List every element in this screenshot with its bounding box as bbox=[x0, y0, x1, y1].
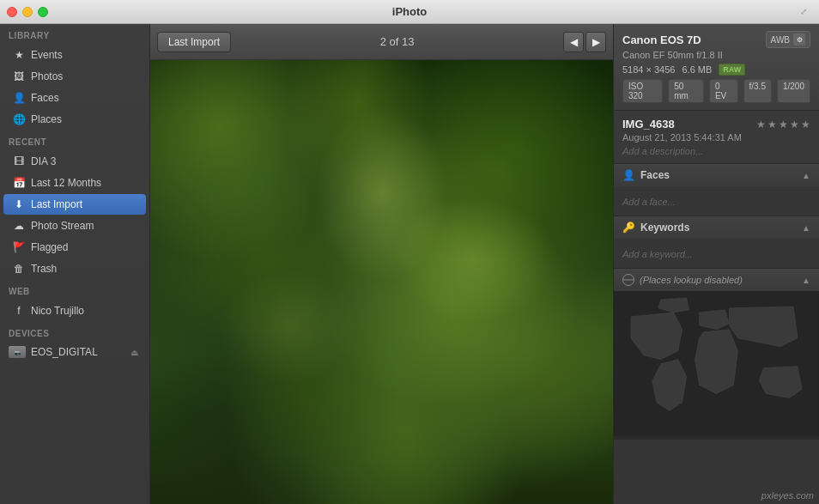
faces-title: Faces bbox=[640, 169, 670, 181]
library-section-header: LIBRARY bbox=[0, 24, 149, 44]
keywords-header-left: 🔑 Keywords bbox=[622, 222, 689, 234]
sidebar-item-events[interactable]: ★ Events bbox=[3, 45, 146, 65]
iso-value: ISO 320 bbox=[622, 79, 663, 103]
sidebar-item-nico[interactable]: f Nico Trujillo bbox=[3, 301, 146, 321]
sidebar-item-label: Places bbox=[31, 113, 62, 125]
map-panel-header[interactable]: (Places lookup disabled) ▲ bbox=[614, 269, 819, 291]
sidebar-item-photostream[interactable]: ☁ Photo Stream bbox=[3, 216, 146, 236]
sidebar-item-label: Photo Stream bbox=[31, 220, 94, 232]
sidebar-item-label: Last Import bbox=[31, 198, 82, 210]
star-4[interactable]: ★ bbox=[790, 118, 799, 131]
sidebar-item-photos[interactable]: 🖼 Photos bbox=[3, 66, 146, 87]
faces-panel-header[interactable]: 👤 Faces ▲ bbox=[614, 164, 819, 186]
keywords-title: Keywords bbox=[640, 222, 689, 234]
eject-button[interactable]: ⏏ bbox=[127, 345, 141, 359]
nav-arrows: ◀ ▶ bbox=[563, 32, 606, 52]
faces-panel: 👤 Faces ▲ Add a face... bbox=[614, 164, 819, 216]
sidebar-item-faces[interactable]: 👤 Faces bbox=[3, 88, 146, 108]
shutter-value: 1/200 bbox=[777, 79, 810, 103]
calendar-icon: 📅 bbox=[12, 176, 26, 190]
places-globe-icon bbox=[622, 274, 634, 286]
sidebar-item-label: Flagged bbox=[31, 241, 68, 253]
star-icon: ★ bbox=[12, 48, 26, 62]
sidebar: LIBRARY ★ Events 🖼 Photos 👤 Faces 🌐 Plac… bbox=[0, 24, 150, 504]
faces-panel-content: Add a face... bbox=[614, 186, 819, 216]
lens-name: Canon EF 50mm f/1.8 II bbox=[622, 50, 810, 60]
map-collapse-icon: ▲ bbox=[802, 276, 810, 285]
trash-icon: 🗑 bbox=[12, 262, 26, 276]
sidebar-item-dia3[interactable]: 🎞 DIA 3 bbox=[3, 151, 146, 172]
toolbar: Last Import 2 of 13 ◀ ▶ bbox=[150, 24, 613, 60]
recent-section-header: RECENT bbox=[0, 131, 149, 150]
sidebar-item-label: Trash bbox=[31, 263, 57, 275]
keywords-placeholder[interactable]: Add a keyword... bbox=[622, 249, 693, 259]
app-title: iPhoto bbox=[392, 5, 427, 18]
dimensions-row: 5184 × 3456 6.6 MB RAW bbox=[622, 64, 810, 76]
dimensions-text: 5184 × 3456 bbox=[622, 64, 675, 75]
raw-badge: RAW bbox=[719, 64, 745, 76]
camera-device-icon: 📷 bbox=[9, 346, 26, 358]
photo-date: August 21, 2013 5:44:31 AM bbox=[622, 132, 810, 143]
aperture-value: f/3.5 bbox=[743, 79, 772, 103]
nav-counter: 2 of 13 bbox=[238, 35, 556, 48]
sidebar-item-last12months[interactable]: 📅 Last 12 Months bbox=[3, 173, 146, 193]
next-button[interactable]: ▶ bbox=[585, 32, 606, 52]
sidebar-item-label: Photos bbox=[31, 70, 63, 82]
star-rating[interactable]: ★ ★ ★ ★ ★ bbox=[756, 118, 810, 131]
titlebar: iPhoto ⤢ bbox=[0, 0, 819, 24]
focal-length-value: 50 mm bbox=[668, 79, 704, 103]
camera-top-row: Canon EOS 7D AWB ⚙ bbox=[622, 31, 810, 48]
close-button[interactable] bbox=[7, 7, 17, 17]
star-1[interactable]: ★ bbox=[756, 118, 766, 131]
prev-button[interactable]: ◀ bbox=[563, 32, 584, 52]
traffic-lights bbox=[7, 7, 48, 17]
photo-description[interactable]: Add a description... bbox=[622, 146, 810, 156]
world-map-svg bbox=[614, 291, 819, 436]
filesize-text: 6.6 MB bbox=[682, 64, 712, 75]
cloud-icon: ☁ bbox=[12, 219, 26, 233]
star-2[interactable]: ★ bbox=[767, 118, 777, 131]
camera-model: Canon EOS 7D bbox=[622, 33, 701, 46]
sidebar-item-places[interactable]: 🌐 Places bbox=[3, 109, 146, 130]
keywords-collapse-icon: ▲ bbox=[802, 223, 810, 233]
flag-icon: 🚩 bbox=[12, 240, 26, 254]
photo-area bbox=[150, 60, 613, 504]
photo-name-row: IMG_4638 ★ ★ ★ ★ ★ bbox=[622, 118, 810, 131]
sidebar-item-flagged[interactable]: 🚩 Flagged bbox=[3, 237, 146, 258]
awb-badge: AWB ⚙ bbox=[766, 31, 810, 48]
map-header-left: (Places lookup disabled) bbox=[622, 274, 743, 286]
ev-value: 0 EV bbox=[709, 79, 738, 103]
keywords-panel: 🔑 Keywords ▲ Add a keyword... bbox=[614, 216, 819, 269]
content-area: Last Import 2 of 13 ◀ ▶ bbox=[150, 24, 613, 504]
keywords-panel-header[interactable]: 🔑 Keywords ▲ bbox=[614, 216, 819, 239]
map-section: (Places lookup disabled) ▲ bbox=[614, 269, 819, 504]
sidebar-item-lastimport[interactable]: ⬇ Last Import bbox=[3, 194, 146, 215]
camera-info: Canon EOS 7D AWB ⚙ Canon EF 50mm f/1.8 I… bbox=[614, 24, 819, 111]
film-icon: 🎞 bbox=[12, 155, 26, 168]
photo-canvas bbox=[150, 60, 613, 504]
photo-metadata: IMG_4638 ★ ★ ★ ★ ★ August 21, 2013 5:44:… bbox=[614, 111, 819, 164]
sidebar-item-trash[interactable]: 🗑 Trash bbox=[3, 258, 146, 279]
person-icon: 👤 bbox=[12, 91, 26, 105]
maximize-button[interactable] bbox=[38, 7, 48, 17]
sidebar-item-label: DIA 3 bbox=[31, 155, 56, 167]
device-left: 📷 EOS_DIGITAL bbox=[9, 346, 98, 358]
album-label-button[interactable]: Last Import bbox=[157, 32, 231, 52]
minimize-button[interactable] bbox=[22, 7, 33, 17]
sidebar-item-label: Events bbox=[31, 49, 63, 61]
import-icon: ⬇ bbox=[12, 197, 26, 211]
keywords-icon: 🔑 bbox=[622, 222, 635, 234]
star-5[interactable]: ★ bbox=[801, 118, 810, 131]
globe-nav-icon: 🌐 bbox=[12, 112, 26, 126]
keywords-panel-content: Add a keyword... bbox=[614, 239, 819, 268]
web-section-header: WEB bbox=[0, 280, 149, 300]
fullscreen-button[interactable]: ⤢ bbox=[800, 6, 812, 18]
star-3[interactable]: ★ bbox=[779, 118, 788, 131]
right-panel: Canon EOS 7D AWB ⚙ Canon EF 50mm f/1.8 I… bbox=[613, 24, 819, 504]
watermark: pxleyes.com bbox=[761, 490, 814, 501]
sidebar-item-eos[interactable]: 📷 EOS_DIGITAL ⏏ bbox=[0, 342, 149, 362]
sidebar-item-label: Last 12 Months bbox=[31, 177, 101, 189]
map-canvas bbox=[614, 291, 819, 440]
map-title: (Places lookup disabled) bbox=[640, 275, 743, 285]
faces-placeholder[interactable]: Add a face... bbox=[622, 197, 676, 207]
